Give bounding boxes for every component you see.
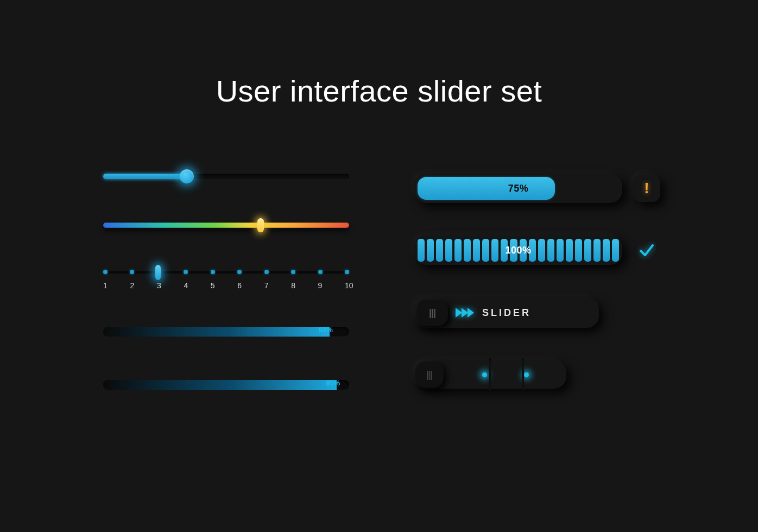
page-title: User interface slider set: [0, 73, 758, 109]
segment-dot: [524, 372, 529, 377]
swipe-slider[interactable]: ||| SLIDER: [414, 297, 599, 328]
progress-100-label: 100%: [414, 236, 622, 265]
right-column: 75% ! 100% |||: [414, 174, 660, 390]
warning-button[interactable]: !: [633, 175, 660, 202]
blue-slider[interactable]: [103, 174, 349, 179]
progress-bar-a: 92%: [103, 327, 349, 337]
blue-slider-thumb[interactable]: [180, 169, 194, 183]
rainbow-slider[interactable]: [103, 223, 349, 228]
chevron-right-icon: [456, 297, 473, 328]
segment-handle[interactable]: |||: [415, 362, 444, 388]
progress-bar-b: 95%: [103, 380, 349, 390]
progress-a-value: 92%: [319, 326, 333, 334]
progress-75: 75%: [414, 174, 622, 203]
swipe-label: SLIDER: [482, 307, 531, 319]
swipe-handle[interactable]: |||: [416, 300, 448, 326]
progress-b-value: 95%: [326, 379, 340, 387]
left-column: 12 34 56 78 910 92% 95%: [103, 174, 349, 390]
warning-icon: !: [644, 180, 649, 197]
step-labels: 12 34 56 78 910: [103, 281, 349, 290]
progress-100: 100%: [414, 236, 622, 265]
segment-dot: [482, 372, 487, 377]
blue-slider-fill: [103, 174, 187, 179]
rainbow-slider-thumb[interactable]: [257, 218, 264, 232]
step-slider[interactable]: 12 34 56 78 910: [103, 271, 349, 274]
segment-selector[interactable]: |||: [414, 360, 566, 389]
progress-75-label: 75%: [414, 174, 622, 203]
step-ticks: [103, 270, 349, 274]
check-icon: [637, 241, 656, 259]
check-button[interactable]: [633, 237, 660, 264]
step-slider-thumb[interactable]: [155, 265, 161, 280]
